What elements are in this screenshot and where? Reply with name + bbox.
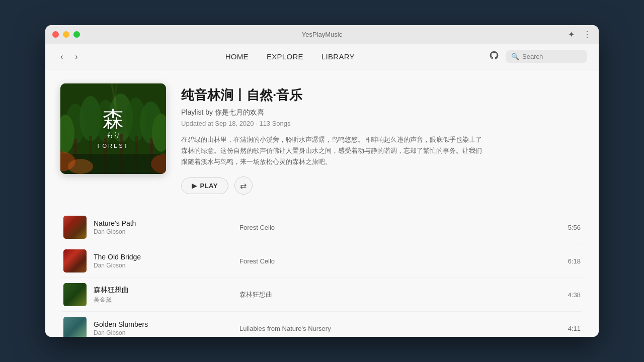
song-artist: 吴金黛 (94, 296, 234, 304)
more-icon[interactable]: ⋮ (583, 30, 592, 39)
song-title: Golden Slumbers (94, 320, 234, 328)
app-title: YesPlayMusic (302, 31, 342, 38)
close-button[interactable] (52, 31, 59, 38)
traffic-lights (52, 31, 80, 38)
extension-icon[interactable]: ✦ (567, 30, 576, 39)
song-album: Forest Cello (234, 257, 555, 265)
playlist-by: Playlist by 你是七月的欢喜 (181, 108, 584, 117)
cover-label: FOREST (98, 143, 129, 149)
navbar: ‹ › HOME EXPLORE LIBRARY 🔍 (45, 44, 599, 69)
nav-links: HOME EXPLORE LIBRARY (91, 52, 489, 61)
song-info: Nature's Path Dan Gibson (94, 219, 234, 235)
nav-right: 🔍 (489, 50, 587, 63)
search-box[interactable]: 🔍 (506, 50, 587, 63)
shuffle-button[interactable]: ⇄ (234, 176, 253, 195)
titlebar-actions: ✦ ⋮ (567, 30, 592, 39)
playlist-cover: 森 もり FOREST (60, 83, 166, 174)
play-label: PLAY (200, 182, 218, 190)
github-icon[interactable] (489, 50, 499, 63)
song-duration: 4:11 (555, 325, 581, 332)
cover-kanji: 森 (98, 109, 129, 130)
song-artist: Dan Gibson (94, 262, 234, 269)
playlist-actions: ▶ PLAY ⇄ (181, 176, 584, 195)
song-artist: Dan Gibson (94, 329, 234, 336)
song-info: The Old Bridge Dan Gibson (94, 253, 234, 269)
cover-hiragana: もり (98, 131, 129, 140)
song-row[interactable]: Nature's Path Dan Gibson Forest Cello 5:… (60, 211, 584, 244)
playlist-meta: Updated at Sep 18, 2020 · 113 Songs (181, 120, 584, 127)
main-content: 森 もり FOREST 纯音林涧丨自然·音乐 Playlist by 你是七月的… (45, 69, 599, 337)
song-album: 森林狂想曲 (234, 290, 555, 299)
song-list: Nature's Path Dan Gibson Forest Cello 5:… (60, 211, 584, 337)
cover-text: 森 もり FOREST (98, 109, 129, 149)
song-title: Nature's Path (94, 219, 234, 227)
song-album: Forest Cello (234, 224, 555, 231)
song-album: Lullabies from Nature's Nursery (234, 325, 555, 332)
search-input[interactable] (522, 53, 582, 60)
song-row[interactable]: 森林狂想曲 吴金黛 森林狂想曲 4:38 (60, 278, 584, 312)
song-info: Golden Slumbers Dan Gibson (94, 320, 234, 336)
playlist-desc: 在碧绿的山林里，在清润的小溪旁，聆听水声潺潺，鸟鸣悠悠。耳畔响起久违的声音，眼底… (181, 134, 483, 167)
maximize-button[interactable] (73, 31, 80, 38)
song-duration: 5:56 (555, 224, 581, 231)
song-title: The Old Bridge (94, 253, 234, 261)
song-duration: 6:18 (555, 257, 581, 265)
back-button[interactable]: ‹ (57, 51, 66, 62)
play-button[interactable]: ▶ PLAY (181, 177, 228, 194)
song-row[interactable]: The Old Bridge Dan Gibson Forest Cello 6… (60, 244, 584, 278)
play-icon: ▶ (192, 182, 197, 190)
playlist-title: 纯音林涧丨自然·音乐 (181, 87, 584, 103)
app-window: YesPlayMusic ✦ ⋮ ‹ › HOME EXPLORE LIBRAR… (45, 25, 599, 337)
song-thumbnail (63, 283, 87, 306)
song-info: 森林狂想曲 吴金黛 (94, 286, 234, 304)
song-thumbnail (63, 317, 87, 337)
song-artist: Dan Gibson (94, 228, 234, 235)
search-icon: 🔍 (511, 53, 519, 60)
titlebar: YesPlayMusic ✦ ⋮ (45, 25, 599, 44)
shuffle-icon: ⇄ (240, 181, 247, 191)
song-thumbnail (63, 249, 87, 273)
minimize-button[interactable] (63, 31, 69, 38)
nav-explore[interactable]: EXPLORE (267, 52, 303, 61)
nav-arrows: ‹ › (57, 51, 81, 62)
song-title: 森林狂想曲 (94, 286, 234, 295)
nav-library[interactable]: LIBRARY (321, 52, 355, 61)
cover-forest-bg: 森 もり FOREST (60, 83, 166, 174)
playlist-info: 纯音林涧丨自然·音乐 Playlist by 你是七月的欢喜 Updated a… (181, 83, 584, 195)
forward-button[interactable]: › (72, 51, 80, 62)
playlist-header: 森 もり FOREST 纯音林涧丨自然·音乐 Playlist by 你是七月的… (60, 83, 584, 195)
svg-point-20 (68, 159, 93, 174)
nav-home[interactable]: HOME (225, 52, 249, 61)
song-row[interactable]: Golden Slumbers Dan Gibson Lullabies fro… (60, 312, 584, 337)
song-duration: 4:38 (555, 291, 581, 299)
song-thumbnail (63, 216, 87, 239)
